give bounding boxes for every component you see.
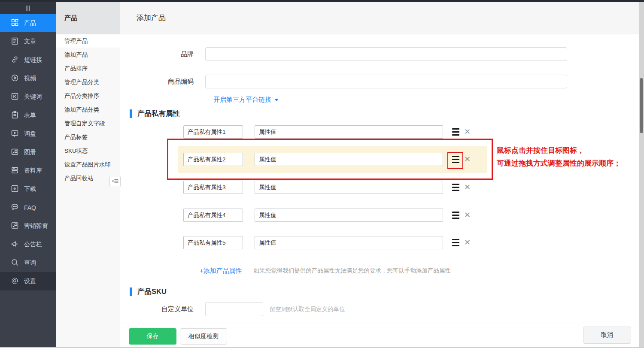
sidebar-item-query[interactable]: 查询 bbox=[0, 254, 56, 272]
add-attribute-link[interactable]: +添加产品属性 bbox=[200, 267, 242, 275]
sidebar-item-label: 文章 bbox=[24, 38, 36, 45]
delete-row-icon[interactable]: ✕ bbox=[464, 210, 471, 220]
add-attribute-row: +添加产品属性 如果您觉得我们提供的产品属性无法满足您的要求，您可以手动添加产品… bbox=[200, 267, 639, 275]
page-title: 添加产品 bbox=[120, 2, 639, 34]
attribute-value-input[interactable] bbox=[255, 125, 443, 139]
sidebar-item-announcements[interactable]: 公告栏 bbox=[0, 235, 56, 254]
drag-handle-icon[interactable] bbox=[452, 156, 459, 163]
sidebar-item-keywords[interactable]: 关键词 bbox=[0, 88, 56, 106]
keyword-icon bbox=[11, 92, 19, 102]
submenu-item-product-sort[interactable]: 产品排序 bbox=[56, 62, 120, 76]
submenu-fold-button[interactable] bbox=[109, 176, 121, 187]
submenu-item-product-tags[interactable]: 产品标签 bbox=[56, 130, 120, 144]
drag-handle-icon[interactable] bbox=[452, 128, 459, 136]
grid-icon bbox=[11, 18, 19, 28]
scrollbar-thumb[interactable] bbox=[640, 78, 643, 133]
sidebar-item-inquiries[interactable]: 询盘 bbox=[0, 124, 56, 143]
submenu-item-watermark[interactable]: 设置产品图片水印 bbox=[56, 158, 120, 172]
save-button[interactable]: 保存 bbox=[129, 328, 176, 345]
sidebar-item-label: 设置 bbox=[24, 278, 36, 285]
submenu-item-sku-status[interactable]: SKU状态 bbox=[56, 144, 120, 158]
attribute-name-input[interactable] bbox=[183, 181, 243, 194]
gallery-icon bbox=[11, 148, 19, 157]
attribute-name-input[interactable] bbox=[183, 236, 243, 249]
product-code-input[interactable] bbox=[205, 75, 567, 88]
attribute-value-input[interactable] bbox=[255, 209, 443, 222]
cancel-button[interactable]: 取消 bbox=[583, 327, 631, 344]
attribute-name-input[interactable] bbox=[183, 209, 243, 222]
inquiry-icon bbox=[11, 129, 19, 139]
link-icon bbox=[11, 55, 19, 65]
sidebar-item-articles[interactable]: 文章 bbox=[0, 32, 56, 51]
app-window: 产品 文章 短链接 视频 关键词 表单 询盘 图册 bbox=[0, 0, 644, 348]
sidebar-item-forms[interactable]: 表单 bbox=[0, 106, 56, 124]
sku-section-header: 产品SKU bbox=[130, 287, 639, 297]
brand-label: 品牌 bbox=[120, 50, 205, 58]
sidebar-item-label: 营销弹窗 bbox=[24, 222, 48, 230]
sidebar-item-products[interactable]: 产品 bbox=[0, 14, 56, 32]
private-attrs-list: ✕ ✕ ✕ ✕ bbox=[120, 125, 639, 250]
product-code-row: 商品编码 bbox=[120, 75, 639, 88]
settings-icon bbox=[11, 277, 19, 286]
private-attrs-section-header: 产品私有属性 bbox=[130, 109, 639, 118]
submenu-item-manage-products[interactable]: 管理产品 bbox=[56, 34, 120, 48]
custom-unit-row: 自定义单位 留空则默认取全局定义的单位 bbox=[120, 302, 639, 316]
product-code-label: 商品编码 bbox=[120, 78, 205, 86]
delete-row-icon[interactable]: ✕ bbox=[464, 154, 471, 164]
attribute-value-input[interactable] bbox=[255, 181, 443, 194]
submenu-item-manage-categories[interactable]: 管理产品分类 bbox=[56, 76, 120, 89]
submenu-item-custom-fields[interactable]: 管理自定义字段 bbox=[56, 117, 120, 130]
secondary-sidebar: 产品 管理产品 添加产品 产品排序 管理产品分类 产品分类排序 添加产品分类 管… bbox=[56, 2, 120, 347]
collapse-bars-icon bbox=[29, 6, 30, 11]
submenu-item-category-sort[interactable]: 产品分类排序 bbox=[56, 89, 120, 103]
attribute-value-input[interactable] bbox=[255, 236, 443, 249]
sidebar-item-label: 关键词 bbox=[24, 93, 42, 101]
sidebar-item-marketing-popup[interactable]: 营销弹窗 bbox=[0, 217, 56, 235]
form-footer: 保存 相似度检测 取消 bbox=[120, 323, 639, 347]
delete-row-icon[interactable]: ✕ bbox=[464, 182, 471, 192]
add-attribute-hint: 如果您觉得我们提供的产品属性无法满足您的要求，您可以手动添加产品属性 bbox=[254, 267, 451, 275]
library-icon bbox=[11, 166, 19, 176]
sidebar-item-gallery[interactable]: 图册 bbox=[0, 143, 56, 161]
drag-handle-icon[interactable] bbox=[452, 212, 459, 219]
annotation-line-1: 鼠标点击并按住目标图标， bbox=[497, 144, 621, 157]
delete-row-icon[interactable]: ✕ bbox=[464, 237, 471, 248]
article-icon bbox=[11, 37, 19, 46]
vertical-scrollbar[interactable] bbox=[639, 2, 644, 347]
menu-fold-icon bbox=[112, 178, 118, 185]
drag-handle-icon[interactable] bbox=[452, 184, 459, 191]
sidebar-item-label: 下载 bbox=[24, 185, 36, 193]
sidebar-item-label: 公告栏 bbox=[24, 241, 42, 248]
sidebar-item-videos[interactable]: 视频 bbox=[0, 69, 56, 88]
video-icon bbox=[11, 74, 19, 83]
brand-input[interactable] bbox=[205, 47, 567, 61]
main-content: 添加产品 品牌 商品编码 开启第三方平台链接 产品私有属性 ✕ bbox=[120, 2, 639, 347]
submenu-title: 产品 bbox=[56, 2, 120, 34]
sidebar-item-faq[interactable]: FAQ bbox=[0, 198, 56, 217]
delete-row-icon[interactable]: ✕ bbox=[464, 127, 471, 137]
sidebar-item-label: 资料库 bbox=[24, 167, 42, 175]
collapse-bars-icon bbox=[27, 6, 28, 11]
announcement-icon bbox=[11, 240, 19, 249]
section-accent-bar bbox=[130, 109, 132, 118]
custom-unit-input[interactable] bbox=[205, 302, 263, 316]
custom-unit-hint: 留空则默认取全局定义的单位 bbox=[270, 306, 345, 313]
attribute-name-input[interactable] bbox=[183, 153, 243, 166]
sidebar-item-downloads[interactable]: 下载 bbox=[0, 180, 56, 198]
collapse-bars-icon bbox=[26, 6, 27, 11]
sidebar-item-library[interactable]: 资料库 bbox=[0, 161, 56, 180]
submenu-item-add-category[interactable]: 添加产品分类 bbox=[56, 103, 120, 117]
similarity-check-button[interactable]: 相似度检测 bbox=[180, 328, 227, 345]
attribute-value-input[interactable] bbox=[255, 153, 443, 166]
attribute-name-input[interactable] bbox=[183, 125, 243, 139]
sidebar-item-settings[interactable]: 设置 bbox=[0, 272, 56, 291]
sidebar-item-label: 产品 bbox=[24, 19, 36, 27]
sidebar-item-label: 图册 bbox=[24, 148, 36, 156]
submenu-item-add-product[interactable]: 添加产品 bbox=[56, 48, 120, 62]
third-party-link[interactable]: 开启第三方平台链接 bbox=[213, 96, 271, 104]
annotation-text: 鼠标点击并按住目标图标， 可通过拖拽方式调整属性的展示顺序； bbox=[497, 144, 621, 170]
sidebar-item-shortlinks[interactable]: 短链接 bbox=[0, 51, 56, 69]
search-icon bbox=[11, 258, 19, 268]
drag-handle-icon[interactable] bbox=[452, 239, 459, 246]
sidebar-collapse-toggle[interactable] bbox=[0, 0, 56, 14]
